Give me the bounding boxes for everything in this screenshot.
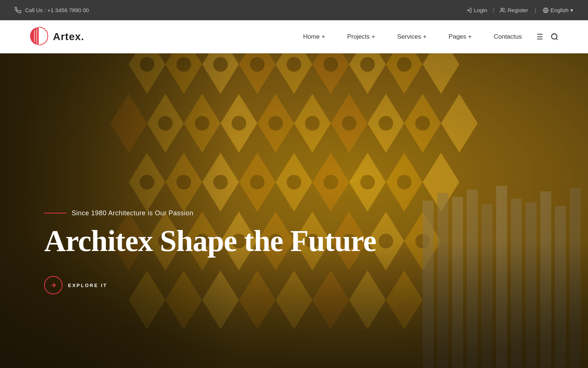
nav-item-home[interactable]: Home + <box>292 20 336 53</box>
nav-label-contact: Contactus <box>494 33 522 40</box>
arrow-right-icon <box>50 282 57 289</box>
register-label: Register <box>508 7 528 13</box>
search-button[interactable] <box>551 33 559 41</box>
logo-icon <box>29 26 49 48</box>
lang-separator: | <box>535 7 536 13</box>
language-selector[interactable]: English ▾ <box>543 7 573 14</box>
nav-item-pages[interactable]: Pages + <box>438 20 483 53</box>
hero-section: Since 1980 Architecture is Our Passion A… <box>0 53 588 368</box>
register-link[interactable]: Register <box>500 7 528 13</box>
language-label: English <box>551 7 569 13</box>
navbar: Artex. Home + Projects + Services + Page… <box>0 20 588 53</box>
hamburger-icon: ☰ <box>537 32 543 41</box>
topbar-auth: Login / Register | English ▾ <box>466 7 573 14</box>
topbar: Call Us : +1 3456 7890 00 Login / Regist… <box>0 0 588 20</box>
explore-circle-icon <box>44 276 62 294</box>
nav-link-home[interactable]: Home + <box>303 33 325 40</box>
login-link[interactable]: Login <box>466 7 487 13</box>
nav-label-projects: Projects + <box>347 33 375 40</box>
hamburger-button[interactable]: ☰ <box>537 32 543 41</box>
nav-label-pages: Pages + <box>449 33 472 40</box>
hero-subtitle-text: Since 1980 Architecture is Our Passion <box>72 209 193 217</box>
nav-link-projects[interactable]: Projects + <box>347 33 375 40</box>
search-icon <box>551 33 559 41</box>
explore-button[interactable]: EXPLORE IT <box>44 276 376 294</box>
phone-icon <box>15 7 21 14</box>
nav-link-services[interactable]: Services + <box>397 33 427 40</box>
nav-icons: ☰ <box>537 32 559 41</box>
nav-link-contact[interactable]: Contactus <box>494 33 522 40</box>
explore-label: EXPLORE IT <box>68 283 107 288</box>
nav-item-projects[interactable]: Projects + <box>336 20 386 53</box>
hero-accent-line <box>44 213 66 213</box>
svg-point-2 <box>552 34 557 39</box>
nav-item-contact[interactable]: Contactus <box>483 20 533 53</box>
svg-line-3 <box>556 38 557 40</box>
auth-separator: / <box>493 7 494 13</box>
language-arrow: ▾ <box>570 7 573 14</box>
topbar-contact: Call Us : +1 3456 7890 00 <box>15 7 89 14</box>
nav-item-services[interactable]: Services + <box>386 20 438 53</box>
nav-label-services: Services + <box>397 33 427 40</box>
hero-content: Since 1980 Architecture is Our Passion A… <box>44 209 376 294</box>
logo[interactable]: Artex. <box>29 26 84 48</box>
nav-menu: Home + Projects + Services + Pages + Con… <box>292 20 533 53</box>
hero-subtitle: Since 1980 Architecture is Our Passion <box>44 209 376 217</box>
login-label: Login <box>474 7 487 13</box>
hero-title: Architex Shape the Future <box>44 224 376 258</box>
nav-link-pages[interactable]: Pages + <box>449 33 472 40</box>
logo-text: Artex. <box>53 31 84 43</box>
phone-number: Call Us : +1 3456 7890 00 <box>25 7 89 13</box>
nav-label-home: Home + <box>303 33 325 40</box>
